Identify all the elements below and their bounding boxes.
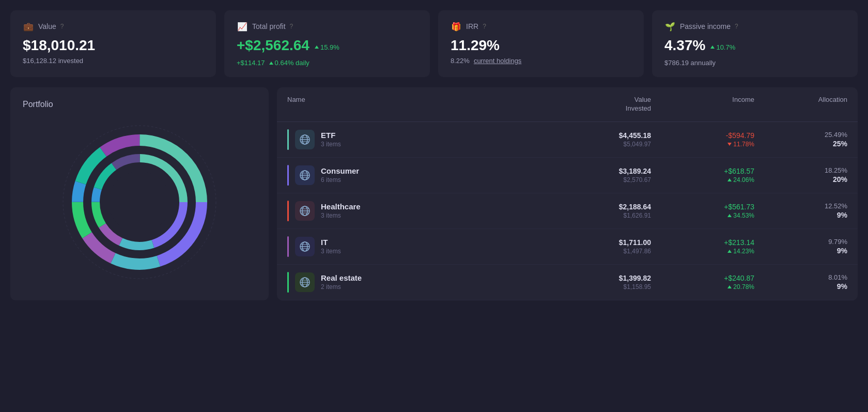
row-sub-etf: 3 items (321, 141, 341, 148)
kpi-value-header: 💼 Value ? (23, 21, 204, 32)
irr-help-icon[interactable]: ? (483, 23, 486, 30)
globe-icon-etf (299, 134, 311, 145)
passive-help-icon[interactable]: ? (735, 23, 738, 30)
alloc-cell-consumer: 18.25% 20% (754, 166, 847, 184)
table-row-etf[interactable]: ETF 3 items $4,455.18 $5,049.97 -$594.79… (277, 122, 858, 158)
donut-container (23, 119, 256, 285)
th-income: Income (651, 96, 754, 113)
profit-daily-amount: +$114.17 (237, 59, 265, 67)
alloc-pct-etf: 25.49% (754, 131, 847, 139)
name-cell-healthcare: Healthcare 3 items (287, 201, 548, 221)
income-cell-healthcare: +$561.73 34.53% (651, 203, 754, 219)
kpi-irr-header: 🎁 IRR ? (451, 21, 631, 32)
income-value-healthcare: +$561.73 (651, 203, 754, 211)
th-value-invested: Value Invested (548, 96, 651, 113)
name-cell-etf: ETF 3 items (287, 129, 548, 150)
passive-badge: 10.7% (710, 43, 735, 51)
val-sub-consumer: $2,570.67 (548, 176, 651, 184)
kpi-row: 💼 Value ? $18,010.21 $16,128.12 invested… (10, 10, 858, 77)
income-pct-etf: 11.78% (651, 141, 754, 148)
table-row-it[interactable]: IT 3 items $1,711.00 $1,497.86 +$213.14 … (277, 229, 858, 265)
irr-icon: 🎁 (451, 21, 462, 32)
kpi-irr-link[interactable]: current holdings (474, 57, 522, 65)
val-sub-etf: $5,049.97 (548, 141, 651, 148)
value-cell-it: $1,711.00 $1,497.86 (548, 238, 651, 255)
kpi-irr-sub: 8.22% (451, 57, 470, 65)
kpi-irr-title: IRR (466, 22, 478, 30)
globe-icon-healthcare (299, 205, 311, 217)
value-cell-etf: $4,455.18 $5,049.97 (548, 131, 651, 148)
alloc-bold-etf: 25% (754, 140, 847, 148)
profit-help-icon[interactable]: ? (290, 23, 293, 30)
accent-bar-it (287, 236, 289, 257)
alloc-bold-healthcare: 9% (754, 211, 847, 219)
profit-icon: 📈 (237, 21, 248, 32)
dashboard: 💼 Value ? $18,010.21 $16,128.12 invested… (0, 0, 868, 311)
portfolio-card: Portfolio (10, 87, 269, 300)
row-sub-it: 3 items (321, 248, 341, 255)
value-help-icon[interactable]: ? (60, 23, 64, 30)
name-cell-real-estate: Real estate 2 items (287, 272, 548, 293)
kpi-passive-title: Passive income (680, 22, 731, 30)
accent-bar-etf (287, 129, 289, 150)
passive-icon: 🌱 (664, 21, 676, 32)
profit-badge: 15.9% (315, 43, 339, 51)
table-row-real-estate[interactable]: Real estate 2 items $1,399.82 $1,158.95 … (277, 265, 858, 300)
row-name-etf: ETF (321, 131, 341, 140)
income-pct-healthcare: 34.53% (651, 212, 754, 219)
row-name-healthcare: Healthcare (321, 202, 361, 211)
globe-icon-it (299, 241, 311, 252)
row-name-real-estate: Real estate (321, 273, 362, 282)
income-value-etf: -$594.79 (651, 131, 754, 140)
value-cell-healthcare: $2,188.64 $1,626.91 (548, 203, 651, 219)
table-row-consumer[interactable]: Consumer 6 items $3,189.24 $2,570.67 +$6… (277, 158, 858, 193)
value-cell-real-estate: $1,399.82 $1,158.95 (548, 274, 651, 291)
kpi-profit-header: 📈 Total profit ? (237, 21, 417, 32)
table-card: Name Value Invested Income Allocation (277, 87, 858, 300)
alloc-cell-real-estate: 8.01% 9% (754, 273, 847, 291)
name-cell-consumer: Consumer 6 items (287, 165, 548, 186)
kpi-profit-title: Total profit (252, 22, 286, 30)
val-sub-it: $1,497.86 (548, 248, 651, 255)
kpi-passive-header: 🌱 Passive income ? (664, 21, 845, 32)
alloc-cell-it: 9.79% 9% (754, 238, 847, 255)
cat-icon-it (295, 237, 315, 256)
income-value-it: +$213.14 (651, 238, 754, 247)
val-main-consumer: $3,189.24 (548, 167, 651, 175)
kpi-value-card: 💼 Value ? $18,010.21 $16,128.12 invested (10, 10, 216, 77)
portfolio-title: Portfolio (23, 100, 256, 109)
row-sub-consumer: 6 items (321, 176, 359, 184)
globe-icon-consumer (299, 170, 311, 181)
kpi-passive-sub: $786.19 annually (664, 59, 716, 67)
globe-icon-real-estate (299, 277, 311, 288)
profit-daily-badge: 0.64% daily (269, 59, 309, 67)
th-name: Name (287, 96, 548, 113)
income-cell-real-estate: +$240.87 20.78% (651, 274, 754, 291)
alloc-bold-it: 9% (754, 247, 847, 255)
income-value-consumer: +$618.57 (651, 167, 754, 175)
donut-center (109, 171, 171, 233)
income-cell-it: +$213.14 14.23% (651, 238, 754, 255)
kpi-profit-card: 📈 Total profit ? +$2,562.64 15.9% +$114.… (224, 10, 430, 77)
income-pct-consumer: 24.06% (651, 176, 754, 184)
th-allocation: Allocation (754, 96, 847, 113)
name-cell-it: IT 3 items (287, 236, 548, 257)
income-cell-etf: -$594.79 11.78% (651, 131, 754, 148)
alloc-pct-healthcare: 12.52% (754, 202, 847, 210)
val-main-healthcare: $2,188.64 (548, 203, 651, 211)
table-row-healthcare[interactable]: Healthcare 3 items $2,188.64 $1,626.91 +… (277, 193, 858, 229)
value-icon: 💼 (23, 21, 34, 32)
row-sub-real-estate: 2 items (321, 283, 362, 291)
row-name-it: IT (321, 238, 341, 247)
accent-bar-real-estate (287, 272, 289, 293)
val-main-it: $1,711.00 (548, 238, 651, 247)
donut-chart (57, 119, 222, 285)
bottom-section: Portfolio (10, 87, 858, 300)
kpi-passive-card: 🌱 Passive income ? 4.37% 10.7% $786.19 a… (652, 10, 858, 77)
kpi-passive-main: 4.37% (664, 37, 705, 54)
cat-icon-healthcare (295, 201, 315, 221)
kpi-value-sub: $16,128.12 invested (23, 57, 83, 65)
accent-bar-consumer (287, 165, 289, 186)
row-name-consumer: Consumer (321, 166, 359, 175)
alloc-cell-etf: 25.49% 25% (754, 131, 847, 148)
